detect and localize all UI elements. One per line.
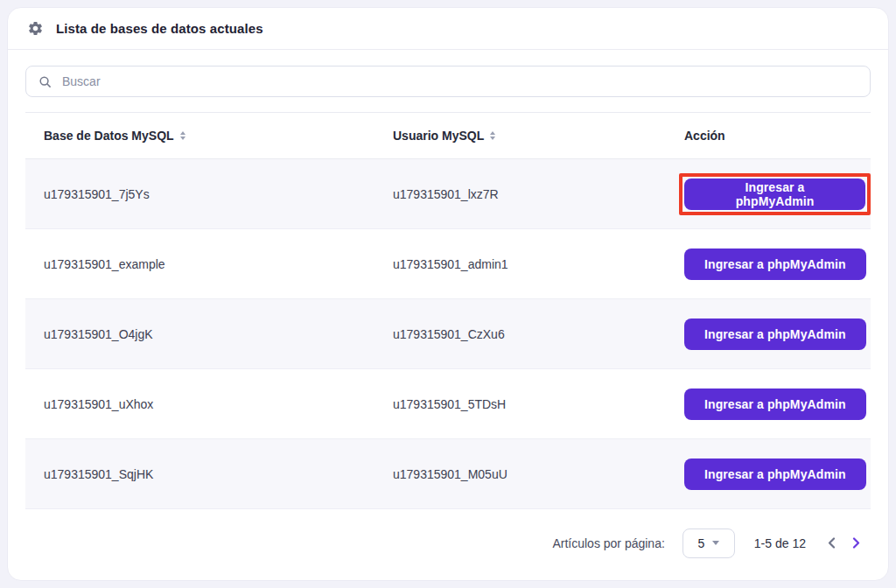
action-cell: Ingresar a phpMyAdmin [684,248,871,280]
annotation-frame: Ingresar a phpMyAdmin [684,458,866,490]
search-icon [38,75,52,88]
action-cell: Ingresar a phpMyAdmin [684,458,871,490]
user-cell: u179315901_lxz7R [393,187,684,201]
phpmyadmin-button[interactable]: Ingresar a phpMyAdmin [684,178,865,210]
user-cell: u179315901_M05uU [393,467,684,481]
per-page-select[interactable]: 5 [682,528,735,558]
phpmyadmin-button[interactable]: Ingresar a phpMyAdmin [684,248,866,280]
user-cell: u179315901_admin1 [393,257,684,271]
per-page-label: Artículos por página: [552,536,664,550]
phpmyadmin-button[interactable]: Ingresar a phpMyAdmin [684,388,866,420]
action-cell: Ingresar a phpMyAdmin [684,388,871,420]
column-header-database[interactable]: Base de Datos MySQL [44,129,393,143]
sort-icon[interactable] [180,131,186,140]
annotation-frame: Ingresar a phpMyAdmin [679,173,871,215]
search-box[interactable] [25,66,871,97]
databases-card: Lista de bases de datos actuales Base de… [7,7,889,581]
pagination-bar: Artículos por página: 5 1-5 de 12 [8,509,888,580]
action-cell: Ingresar a phpMyAdmin [684,173,871,215]
annotation-frame: Ingresar a phpMyAdmin [684,318,866,350]
chevron-left-icon[interactable] [825,537,837,550]
db-cell: u179315901_example [44,257,393,271]
pager [825,537,862,550]
search-area [8,50,888,97]
user-cell: u179315901_CzXu6 [393,327,684,341]
page-range: 1-5 de 12 [754,536,806,550]
table-body: u179315901_7j5Ys u179315901_lxz7R Ingres… [25,159,871,509]
annotation-frame: Ingresar a phpMyAdmin [684,388,866,420]
table-row: u179315901_SqjHK u179315901_M05uU Ingres… [25,439,871,509]
databases-table: Base de Datos MySQL Usuario MySQL Acción… [25,112,871,509]
user-cell: u179315901_5TDsH [393,397,684,411]
table-row: u179315901_uXhox u179315901_5TDsH Ingres… [25,369,871,439]
table-row: u179315901_example u179315901_admin1 Ing… [25,229,871,299]
annotation-frame: Ingresar a phpMyAdmin [684,248,866,280]
column-header-user[interactable]: Usuario MySQL [393,129,684,143]
db-cell: u179315901_7j5Ys [44,187,393,201]
page-title: Lista de bases de datos actuales [56,21,263,36]
phpmyadmin-button[interactable]: Ingresar a phpMyAdmin [684,318,866,350]
db-cell: u179315901_uXhox [44,397,393,411]
search-input[interactable] [62,74,858,88]
db-cell: u179315901_O4jgK [44,327,393,341]
table-header-row: Base de Datos MySQL Usuario MySQL Acción [25,112,871,159]
chevron-right-icon[interactable] [850,537,862,550]
per-page-value: 5 [697,536,704,550]
sort-icon[interactable] [490,131,495,140]
db-cell: u179315901_SqjHK [44,467,393,481]
table-row: u179315901_7j5Ys u179315901_lxz7R Ingres… [25,159,871,229]
action-cell: Ingresar a phpMyAdmin [684,318,871,350]
card-header: Lista de bases de datos actuales [8,8,888,50]
table-row: u179315901_O4jgK u179315901_CzXu6 Ingres… [25,299,871,369]
column-header-action: Acción [684,129,871,143]
phpmyadmin-button[interactable]: Ingresar a phpMyAdmin [684,458,866,490]
caret-down-icon [712,541,719,545]
gear-icon [27,20,44,37]
